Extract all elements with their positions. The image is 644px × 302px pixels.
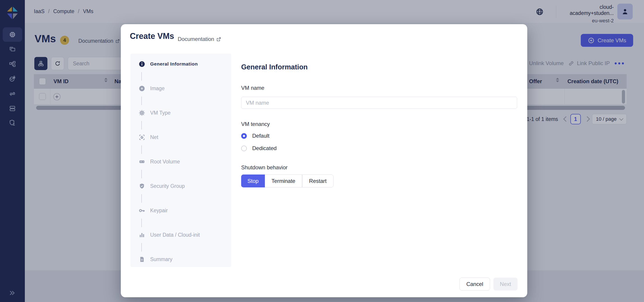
shutdown-restart-button[interactable]: Restart: [302, 174, 334, 187]
vm-name-input[interactable]: [241, 97, 517, 109]
step-security-group[interactable]: Security Group: [138, 179, 185, 193]
step-connector: [141, 219, 142, 227]
modal-title: Create VMs: [130, 32, 174, 41]
globe-frame-icon: [138, 133, 146, 141]
shutdown-terminate-button[interactable]: Terminate: [265, 174, 302, 187]
app-screen: IaaS / Compute / VMs cloud-academy+stude…: [0, 0, 644, 302]
step-connector: [141, 97, 142, 105]
radio-selected-icon: [241, 133, 247, 139]
hard-drive-icon: [138, 158, 146, 166]
tenancy-dedicated-radio[interactable]: Dedicated: [241, 145, 276, 151]
gear-icon: [138, 109, 146, 117]
disc-icon: [138, 84, 146, 93]
vm-tenancy-label: VM tenancy: [241, 121, 270, 127]
shield-check-icon: [138, 182, 146, 190]
step-connector: [141, 170, 142, 178]
document-icon: [138, 255, 146, 263]
step-user-data[interactable]: User Data / Cloud-init: [138, 228, 200, 242]
step-vm-type[interactable]: VM Type: [138, 106, 170, 120]
shutdown-segmented-control: Stop Terminate Restart: [241, 174, 334, 187]
radio-unselected-icon: [241, 146, 247, 151]
step-connector: [141, 72, 142, 81]
vm-name-label: VM name: [241, 85, 264, 91]
form-heading: General Information: [241, 63, 308, 71]
step-connector: [141, 145, 142, 154]
step-keypair[interactable]: Keypair: [138, 203, 168, 218]
step-root-volume[interactable]: Root Volume: [138, 154, 180, 169]
tenancy-default-radio[interactable]: Default: [241, 133, 270, 139]
step-connector: [141, 194, 142, 203]
step-net[interactable]: Net: [138, 130, 158, 144]
shutdown-behavior-label: Shutdown behavior: [241, 164, 288, 171]
create-vms-modal: Create VMs Documentation General Informa…: [121, 24, 527, 297]
bar-chart-icon: [138, 231, 146, 239]
cancel-button[interactable]: Cancel: [460, 277, 490, 290]
shutdown-stop-button[interactable]: Stop: [241, 174, 265, 187]
step-image[interactable]: Image: [138, 81, 164, 96]
step-summary[interactable]: Summary: [138, 252, 172, 266]
step-general-information[interactable]: General Information: [138, 57, 198, 71]
step-connector: [141, 121, 142, 130]
modal-documentation-link[interactable]: Documentation: [178, 36, 221, 42]
key-icon: [138, 206, 146, 214]
external-link-icon: [216, 37, 221, 42]
step-connector: [141, 243, 142, 252]
info-circle-icon: [138, 60, 146, 68]
next-button-disabled[interactable]: Next: [494, 277, 518, 290]
